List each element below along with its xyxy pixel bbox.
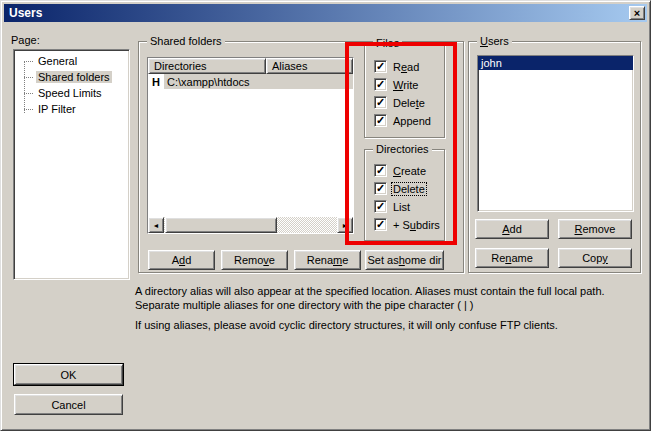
scrollbar-thumb[interactable] xyxy=(165,217,277,233)
listview-header: Directories Aliases xyxy=(148,58,353,74)
shared-add-button[interactable]: Add xyxy=(148,250,215,270)
users-group-label: Users xyxy=(477,35,512,47)
directories-listview[interactable]: Directories Aliases H C:\xampp\htdocs ◄ … xyxy=(147,57,354,234)
page-listbox[interactable]: General Shared folders Speed Limits IP F… xyxy=(13,49,130,280)
set-as-home-dir-button[interactable]: Set as home dir xyxy=(365,250,444,270)
page-item-speed-limits[interactable]: Speed Limits xyxy=(20,85,129,101)
page-item-shared-folders[interactable]: Shared folders xyxy=(20,69,129,85)
shared-remove-button[interactable]: Remove xyxy=(221,250,288,270)
shared-folders-group-label: Shared folders xyxy=(147,35,225,47)
page-item-ip-filter[interactable]: IP Filter xyxy=(20,101,129,117)
ok-button[interactable]: OK xyxy=(14,364,123,385)
horizontal-scrollbar[interactable]: ◄ ► xyxy=(148,217,353,233)
cancel-button[interactable]: Cancel xyxy=(14,394,123,415)
home-dir-marker: H xyxy=(148,76,164,88)
page-item-general[interactable]: General xyxy=(20,53,129,69)
shared-rename-button[interactable]: Rename xyxy=(294,250,361,270)
red-highlight-rectangle xyxy=(345,42,457,245)
users-dialog: Users × Page: General Shared folders Spe… xyxy=(0,0,651,431)
directory-row[interactable]: H C:\xampp\htdocs xyxy=(148,74,353,89)
user-add-button[interactable]: Add xyxy=(475,219,549,239)
directory-path: C:\xampp\htdocs xyxy=(164,74,353,89)
user-list-item[interactable]: john xyxy=(478,56,633,70)
close-icon: × xyxy=(634,8,640,19)
user-copy-button[interactable]: Copy xyxy=(558,248,632,268)
page-label: Page: xyxy=(11,34,40,46)
users-group: Users john Add Remove Rename Copy xyxy=(468,41,641,273)
close-button[interactable]: × xyxy=(629,6,645,20)
users-listbox[interactable]: john xyxy=(477,55,634,212)
window-title: Users xyxy=(9,6,42,20)
listview-body[interactable]: H C:\xampp\htdocs xyxy=(148,74,353,217)
alias-note-2: If using aliases, please avoid cyclic di… xyxy=(135,318,649,332)
scroll-left-button[interactable]: ◄ xyxy=(148,217,164,233)
alias-help-text: A directory alias will also appear at th… xyxy=(135,284,649,338)
arrow-left-icon: ◄ xyxy=(153,222,160,229)
alias-note-1: A directory alias will also appear at th… xyxy=(135,284,649,312)
tree-connector-line xyxy=(24,61,25,113)
title-bar[interactable]: Users × xyxy=(4,4,647,22)
column-header-directories[interactable]: Directories xyxy=(148,58,266,74)
user-rename-button[interactable]: Rename xyxy=(475,248,549,268)
column-header-aliases[interactable]: Aliases xyxy=(266,58,353,74)
user-remove-button[interactable]: Remove xyxy=(558,219,632,239)
